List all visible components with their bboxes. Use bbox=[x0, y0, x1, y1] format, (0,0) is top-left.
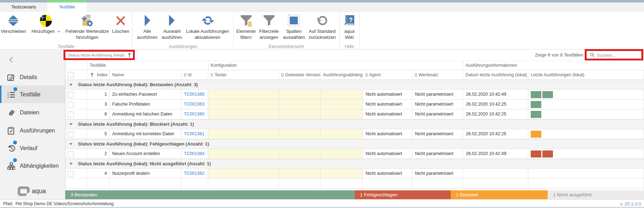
svg-text:3: 3 bbox=[7, 96, 9, 99]
svg-text:?: ? bbox=[349, 17, 353, 24]
